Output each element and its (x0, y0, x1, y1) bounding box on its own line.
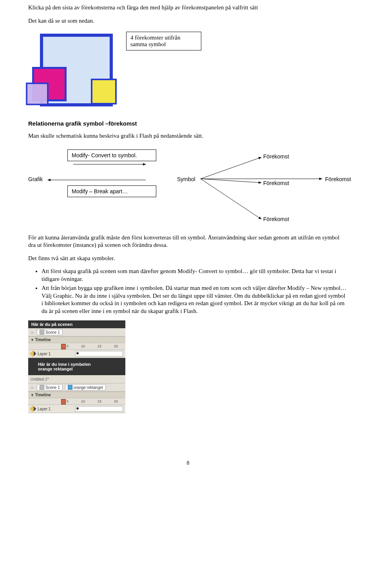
back-arrow-icon (31, 330, 34, 334)
back-arrow-icon-2 (31, 385, 34, 390)
scene-bar-2: Scene 1 orange rektangel (28, 383, 125, 392)
layer-row-2: Layer 1 (28, 405, 125, 413)
ruler-20: 20 (114, 344, 118, 348)
frame-track-1 (75, 351, 123, 356)
screenshot-caption-1: Här är du på scenen (28, 320, 125, 328)
intro-line-1: Klicka på den sista av förekomsterna och… (28, 4, 348, 12)
ruler2-20: 20 (114, 399, 118, 403)
squares-illustration (28, 32, 110, 110)
ruler-5: 5 (67, 344, 69, 348)
timeline-ruler-1: 5 10 15 20 (28, 343, 125, 350)
label-forekomst-2: Förekomst (263, 180, 289, 186)
pencil-icon-2 (30, 406, 36, 412)
caption-2-line-1: Här är du inne i symbolen (38, 362, 90, 367)
label-forekomst-1: Förekomst (263, 153, 289, 160)
ruler2-10: 10 (81, 399, 85, 403)
svg-line-2 (201, 157, 261, 179)
scene-pill-2: Scene 1 (37, 384, 63, 390)
frame-marker-icon-2 (61, 399, 66, 405)
paragraph-4: För att kunna återanvända grafik måste d… (28, 234, 348, 249)
bullet-list: Att först skapa grafik på scenen som man… (28, 268, 348, 315)
bullet-1: Att först skapa grafik på scenen som man… (42, 268, 348, 283)
graphic-pill: orange rektangel (65, 384, 106, 390)
break-apart-box: Modify – Break apart… (67, 185, 156, 197)
frame-marker-icon (61, 344, 66, 349)
scene-icon-2 (40, 385, 44, 390)
bullet-2: Att från början bygga upp grafiken inne … (42, 284, 348, 315)
graphic-symbol-icon (68, 385, 72, 390)
caption-box: 4 förekomster utifrån samma symbol (126, 32, 201, 50)
paragraph-5: Det finns två sätt att skapa symboler. (28, 255, 348, 263)
lavender-square-icon (26, 83, 49, 105)
pencil-icon (30, 351, 36, 357)
caption-2-line-2: orange rektangel (38, 367, 73, 371)
doc-title-bar: Untitled-1* (28, 375, 125, 383)
scene-pill-1: Scene 1 (37, 329, 63, 335)
document-title: Untitled-1* (31, 377, 49, 381)
scene-label-2: Scene 1 (45, 385, 60, 390)
ruler-15: 15 (98, 344, 101, 348)
layer-label-1: Layer 1 (38, 352, 51, 356)
relation-diagram: Modify- Convert to symbol. Modify – Brea… (28, 146, 348, 232)
section-heading: Relationerna grafik symbol –förekomst (28, 120, 348, 127)
convert-box: Modify- Convert to symbol. (67, 149, 156, 161)
svg-line-5 (201, 179, 261, 219)
svg-line-3 (201, 179, 261, 183)
ruler-10: 10 (81, 344, 85, 348)
label-symbol: Symbol (177, 176, 195, 182)
layer-row-1: Layer 1 (28, 350, 125, 358)
ruler2-15: 15 (98, 399, 101, 403)
scene-icon (40, 330, 44, 334)
timeline-ruler-2: 5 10 15 20 (28, 398, 125, 405)
label-forekomst-3: Förekomst (325, 176, 351, 182)
label-grafik: Grafik (28, 176, 43, 182)
timeline-header-1: Timeline (28, 336, 125, 343)
ruler2-5: 5 (67, 399, 69, 403)
layer-label-2: Layer 1 (38, 407, 51, 411)
scene-label-1: Scene 1 (45, 330, 60, 334)
screenshots-block: Här är du på scenen Scene 1 Timeline 5 1… (28, 320, 125, 413)
yellow-square-icon (91, 79, 117, 104)
intro-line-2: Det kan då se ut som nedan. (28, 17, 348, 25)
label-forekomst-4: Förekomst (263, 216, 289, 222)
page-number: 8 (28, 460, 348, 466)
frame-track-2 (75, 406, 123, 412)
illustration-row: 4 förekomster utifrån samma symbol (28, 32, 348, 110)
paragraph-3: Man skulle schematisk kunna beskriva gra… (28, 132, 348, 140)
screenshot-caption-2: Här är du inne i symbolen orange rektang… (28, 358, 125, 375)
graphic-label: orange rektangel (74, 385, 103, 390)
scene-bar-1: Scene 1 (28, 328, 125, 336)
timeline-header-2: Timeline (28, 392, 125, 398)
